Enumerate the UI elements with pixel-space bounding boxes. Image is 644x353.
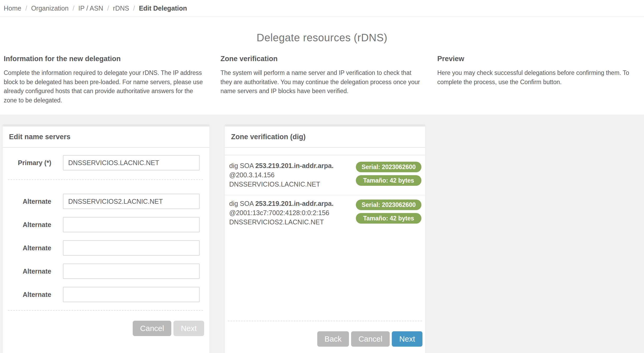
breadcrumb-current-edit-delegation: Edit Delegation xyxy=(139,4,187,12)
alternate-ns-label-3: Alternate xyxy=(3,244,51,252)
verification-list: dig SOA 253.219.201.in-addr.arpa. @200.3… xyxy=(225,155,425,321)
alternate-ns-input-3[interactable] xyxy=(63,240,200,256)
breadcrumb-separator: / xyxy=(25,4,27,12)
breadcrumb: Home / Organization / IP / ASN / rDNS / … xyxy=(4,4,191,12)
dig-command-2: dig SOA 253.219.201.in-addr.arpa. @2001:… xyxy=(229,199,334,227)
alternate-ns-input-2[interactable] xyxy=(63,217,200,232)
next-button-disabled[interactable]: Next xyxy=(173,321,204,336)
dig-badges-2: Serial: 2023062600 Tamaño: 42 bytes xyxy=(356,199,421,227)
edit-name-servers-card: Edit name servers Primary (*) Alternate … xyxy=(3,124,209,353)
back-button[interactable]: Back xyxy=(317,331,349,347)
workspace: Edit name servers Primary (*) Alternate … xyxy=(0,115,644,353)
alternate-ns-row: Alternate xyxy=(3,264,209,279)
breadcrumb-rdns[interactable]: rDNS xyxy=(113,4,129,12)
verification-divider xyxy=(228,321,422,321)
breadcrumb-separator: / xyxy=(72,4,74,12)
primary-ns-label: Primary (*) xyxy=(3,159,51,167)
breadcrumb-separator: / xyxy=(133,4,135,12)
size-badge: Tamaño: 42 bytes xyxy=(356,175,421,186)
intro-columns: Information for the new delegation Compl… xyxy=(4,55,640,105)
alternate-ns-row: Alternate xyxy=(3,240,209,256)
next-button[interactable]: Next xyxy=(392,331,422,347)
name-servers-button-row: Cancel Next xyxy=(3,321,204,336)
serial-badge: Serial: 2023062600 xyxy=(356,200,421,210)
cancel-button[interactable]: Cancel xyxy=(351,331,390,347)
dig-zone: 253.219.201.in-addr.arpa. xyxy=(255,200,334,207)
name-servers-form: Primary (*) Alternate Alternate Alternat… xyxy=(3,148,209,336)
dig-command-1: dig SOA 253.219.201.in-addr.arpa. @200.3… xyxy=(229,161,334,189)
alternate-ns-row: Alternate xyxy=(3,217,209,232)
dig-prefix: dig SOA xyxy=(229,162,254,169)
intro-body-zone-verification: The system will perform a name server an… xyxy=(220,68,421,96)
alternate-ns-input-5[interactable] xyxy=(63,287,200,302)
dig-entry-1: dig SOA 253.219.201.in-addr.arpa. @200.3… xyxy=(225,157,425,195)
intro-heading-zone-verification: Zone verification xyxy=(220,55,421,63)
alternate-ns-input-4[interactable] xyxy=(63,264,200,279)
edit-name-servers-title: Edit name servers xyxy=(3,126,209,148)
dig-entry-2: dig SOA 253.219.201.in-addr.arpa. @2001:… xyxy=(225,195,425,233)
dig-host: DNSSERVICIOS2.LACNIC.NET xyxy=(229,218,324,226)
alternate-ns-row: Alternate xyxy=(3,194,209,209)
alternate-ns-label-2: Alternate xyxy=(3,221,51,229)
intro-body-preview: Here you may check successful delegation… xyxy=(437,68,638,87)
form-divider xyxy=(8,310,203,311)
alternate-ns-label-4: Alternate xyxy=(3,268,51,275)
alternate-ns-row: Alternate xyxy=(3,287,209,302)
breadcrumb-separator: / xyxy=(107,4,109,12)
breadcrumb-home[interactable]: Home xyxy=(4,4,21,12)
dig-server: @200.3.14.156 xyxy=(229,171,274,179)
primary-ns-input[interactable] xyxy=(63,155,200,170)
alternate-ns-input-1[interactable] xyxy=(63,194,200,209)
dig-host: DNSSERVICIOS.LACNIC.NET xyxy=(229,180,320,188)
size-badge: Tamaño: 42 bytes xyxy=(356,213,421,224)
form-divider xyxy=(8,179,203,180)
cancel-button[interactable]: Cancel xyxy=(133,321,171,336)
zone-verification-title: Zone verification (dig) xyxy=(225,126,425,148)
alternate-ns-label-1: Alternate xyxy=(3,198,51,205)
breadcrumb-bar: Home / Organization / IP / ASN / rDNS / … xyxy=(0,0,644,17)
intro-body-information: Complete the information required to del… xyxy=(4,68,204,105)
zone-verification-card: Zone verification (dig) dig SOA 253.219.… xyxy=(225,124,425,353)
intro-column-preview: Preview Here you may check successful de… xyxy=(437,55,638,105)
dig-prefix: dig SOA xyxy=(229,200,254,207)
intro-section: Delegate resources (rDNS) Information fo… xyxy=(0,17,644,115)
dig-server: @2001:13c7:7002:4128:0:0:2:156 xyxy=(229,209,329,216)
alternate-ns-label-5: Alternate xyxy=(3,291,51,298)
verification-button-row: Back Cancel Next xyxy=(225,331,422,347)
intro-heading-information: Information for the new delegation xyxy=(4,55,204,63)
intro-column-information: Information for the new delegation Compl… xyxy=(4,55,204,105)
intro-heading-preview: Preview xyxy=(437,55,638,63)
dig-badges-1: Serial: 2023062600 Tamaño: 42 bytes xyxy=(356,161,421,189)
serial-badge: Serial: 2023062600 xyxy=(356,162,421,172)
breadcrumb-ip-asn[interactable]: IP / ASN xyxy=(78,4,103,12)
dig-zone: 253.219.201.in-addr.arpa. xyxy=(255,162,334,169)
primary-ns-row: Primary (*) xyxy=(3,155,209,170)
page-title: Delegate resources (rDNS) xyxy=(4,17,640,44)
intro-column-zone-verification: Zone verification The system will perfor… xyxy=(220,55,421,105)
breadcrumb-organization[interactable]: Organization xyxy=(31,4,69,12)
